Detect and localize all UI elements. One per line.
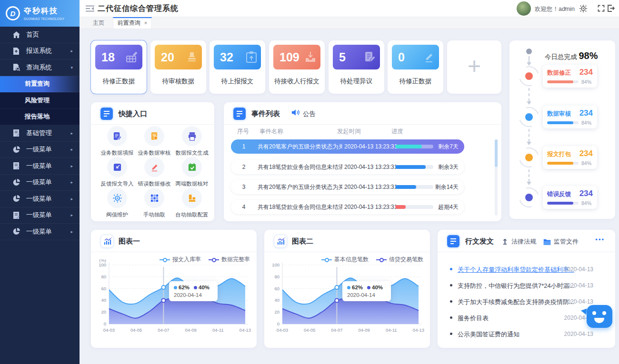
chevron-down-icon[interactable]: ▼: [563, 6, 567, 10]
fullscreen-icon[interactable]: [598, 5, 605, 14]
sidebar-item-query-system[interactable]: 查询系统 ▾: [0, 59, 80, 76]
sidebar-item-level1-menu-6[interactable]: 一级菜单 ▸: [0, 224, 80, 240]
more-menu-icon[interactable]: •••: [595, 236, 605, 243]
close-icon[interactable]: ×: [144, 20, 147, 26]
quick-item-feedback-import[interactable]: 反馈报文导入: [97, 157, 137, 187]
stat-value: 18: [101, 50, 115, 64]
column-header: 进度: [391, 128, 403, 136]
event-name: 共有20笔客户的五级分类状态为关注...: [258, 139, 342, 154]
doc-list-item[interactable]: 服务价目表 2020-04-13: [449, 313, 604, 324]
sidebar-item-report-system[interactable]: 报送系统 ▸: [0, 43, 80, 60]
stat-card-pending-upload[interactable]: 32 待上报报文: [210, 40, 265, 94]
sidebar-item-level1-menu-2[interactable]: 一级菜单 ▸: [0, 158, 80, 175]
svg-text:04-05: 04-05: [304, 327, 315, 333]
sidebar-item-label: 报送系统: [26, 47, 52, 55]
step-percent: 84%: [581, 200, 591, 206]
list-panel-icon: [100, 108, 113, 120]
step-card-message-pack[interactable]: 报文打包234 84%: [543, 146, 597, 169]
quick-item-data-review[interactable]: 业务数据审核: [134, 126, 174, 157]
doc-title: 关于个人存量浮动利率贷款定价基础利率...: [458, 266, 574, 274]
tab-regulatory-files[interactable]: 监管文件: [543, 237, 579, 246]
sidebar-item-report-landing[interactable]: 报告落地: [0, 109, 80, 126]
stat-card-pending-review[interactable]: 20 待审核数据: [150, 40, 206, 94]
doc-list-item[interactable]: 关于加大手续费减免配合支持肺炎疫情防... 2020-04-13: [449, 296, 604, 308]
table-row[interactable]: 3 共有20笔客户的五级分类状态为关注 2020-04-13 13:23:31 …: [231, 180, 464, 194]
quick-item-data-check[interactable]: 两端数据核对: [172, 157, 212, 187]
column-header: 发起时间: [337, 128, 361, 136]
svg-text:04-03: 04-03: [277, 327, 288, 333]
sidebar: D 夺秒科技 DUOMIAO TECHNOLOGY 首页 报送系统 ▸ 查询系统…: [0, 0, 80, 364]
law-icon: [501, 238, 509, 246]
step-label: 数据审核: [547, 110, 571, 118]
quick-item-manual-extract[interactable]: 手动抽取: [134, 188, 174, 218]
scrollbar-thumb[interactable]: [495, 139, 498, 167]
tab-front-query[interactable]: 前置查询×: [113, 17, 152, 29]
panel-title: 图表一: [119, 237, 140, 246]
table-row[interactable]: 1 共有20笔客户的五级分类状态为关注... 2020-04-13 13:23:…: [231, 139, 464, 154]
step-card-data-fix[interactable]: 数据修正234 84%: [543, 65, 597, 88]
user-welcome[interactable]: 欢迎您！admin: [535, 5, 575, 13]
step-percent: 84%: [581, 120, 591, 126]
stat-card-pending-fix[interactable]: 18 待修正数据: [91, 40, 147, 94]
doc-list-item[interactable]: 支持防控，中信银行为您提供7*24小时温... 2020-04-13: [449, 280, 604, 292]
bullet-icon: [450, 333, 452, 335]
sidebar-item-basic-management[interactable]: 基础管理 ▸: [0, 125, 80, 142]
pie-icon: [12, 146, 20, 153]
stat-badge: 20: [155, 45, 202, 69]
tab-home[interactable]: 主页: [84, 17, 113, 29]
chat-widget-button[interactable]: [587, 305, 612, 328]
step-label: 报文打包: [547, 150, 571, 158]
panel-title: 行文发文: [465, 237, 494, 246]
quick-item-error-edit[interactable]: 错误数据修改: [134, 157, 174, 187]
progress-bar: [395, 205, 433, 209]
collapse-menu-icon[interactable]: [86, 5, 94, 14]
quick-item-data-fill[interactable]: 业务数据填报: [97, 126, 137, 157]
quick-item-auto-extract-config[interactable]: 自动抽取配置: [172, 188, 212, 218]
welcome-text: 欢迎您！: [535, 6, 559, 12]
svg-text:04-07: 04-07: [158, 327, 169, 333]
event-time: 2020-04-13 13:23:31: [344, 160, 397, 174]
svg-text:04-11: 04-11: [212, 327, 224, 333]
sidebar-item-level1-menu-4[interactable]: 一级菜单 ▸: [0, 191, 80, 207]
stat-card-pending-dispute[interactable]: 5 待处理异议: [329, 40, 384, 94]
event-no: 3: [238, 180, 250, 194]
tab-law-regulations[interactable]: 法律法规: [501, 237, 536, 246]
step-card-error-feedback[interactable]: 错误反馈234 84%: [543, 186, 597, 209]
quick-item-message-generate[interactable]: 数据报文生成: [172, 126, 212, 157]
pie-icon: [12, 179, 20, 186]
table-row[interactable]: 4 共有18笔贷款业务合同信息未结清 2020-04-13 13:23:31 超…: [231, 200, 464, 214]
table-row[interactable]: 2 共有18笔贷款业务合同信息未结清 2020-04-13 13:23:31 剩…: [231, 160, 464, 174]
logout-icon[interactable]: [607, 5, 615, 14]
sidebar-item-home[interactable]: 首页: [0, 27, 80, 43]
stamp-icon: [186, 51, 198, 63]
step-card-data-review[interactable]: 数据审核234 84%: [543, 106, 597, 128]
step-dot-red: [525, 72, 533, 80]
sidebar-item-front-query[interactable]: 前置查询: [0, 76, 80, 93]
stat-value: 0: [398, 50, 405, 64]
quick-item-label: 阀值维护: [97, 211, 137, 218]
chevron-right-icon: ▸: [70, 180, 73, 185]
notice-link[interactable]: 公告: [303, 110, 316, 118]
stat-card-pending-fix-2[interactable]: 0 待修正数据: [388, 40, 443, 94]
doc-list-item[interactable]: 公示美国签证费的通知 2020-04-13: [449, 329, 604, 340]
gear-icon[interactable]: [579, 5, 587, 14]
quick-item-label: 业务数据填报: [97, 149, 137, 157]
quick-item-label: 反馈报文导入: [97, 180, 137, 187]
add-card-button[interactable]: +: [447, 40, 501, 94]
sidebar-item-label: 一级菜单: [26, 178, 52, 187]
sidebar-item-risk-management[interactable]: 风险管理: [0, 92, 80, 109]
stat-card-pending-receive[interactable]: 109 待接收人行报文: [269, 40, 325, 94]
scrollbar-track: [495, 139, 498, 216]
stat-label: 待接收人行报文: [269, 77, 325, 86]
sidebar-item-level1-menu-3[interactable]: 一级菜单 ▸: [0, 175, 80, 191]
sidebar-item-level1-menu-5[interactable]: 一级菜单 ▸: [0, 207, 80, 224]
documents-panel: 行文发文 法律法规 监管文件 ••• 关于个人存量浮动利率贷款定价基础利率...…: [438, 230, 615, 348]
doc-list-item[interactable]: 关于个人存量浮动利率贷款定价基础利率... 2020-04-13: [449, 264, 604, 275]
chat-eye-icon: [592, 311, 596, 315]
avatar[interactable]: [517, 1, 531, 16]
sidebar-item-level1-menu-1[interactable]: 一级菜单 ▸: [0, 142, 80, 158]
quick-item-label: 错误数据修改: [134, 180, 174, 187]
tab-label: 前置查询: [118, 20, 140, 26]
quick-item-threshold[interactable]: 阀值维护: [97, 188, 137, 218]
brand-logo[interactable]: D 夺秒科技 DUOMIAO TECHNOLOGY: [0, 0, 80, 27]
